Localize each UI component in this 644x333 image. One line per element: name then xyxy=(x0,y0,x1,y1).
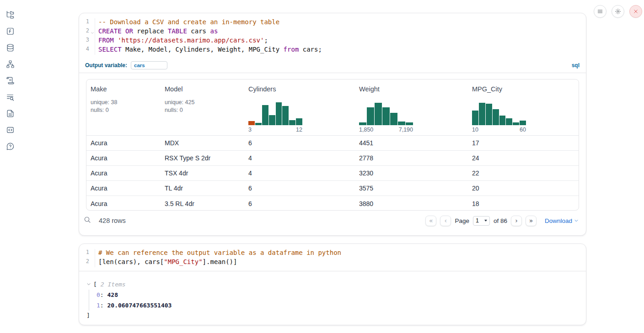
histogram-bar[interactable] xyxy=(255,123,262,125)
code-line: # We can reference the output variable a… xyxy=(98,249,341,258)
settings-icon[interactable] xyxy=(612,5,624,18)
sidebar xyxy=(0,0,20,333)
histogram-bar[interactable] xyxy=(359,122,366,125)
search-icon[interactable] xyxy=(84,216,91,225)
python-output: [ 2 Items 0: 4281: 20.060747663551403 ] xyxy=(79,271,586,320)
histogram-bar[interactable] xyxy=(296,118,302,125)
null-count: nulls: 0 xyxy=(91,106,161,114)
language-badge: sql xyxy=(572,62,580,69)
close-icon[interactable] xyxy=(629,5,642,18)
histogram-bar[interactable] xyxy=(289,120,295,125)
code-token: cars xyxy=(187,27,210,35)
column-header[interactable]: Makeunique: 38nulls: 0 xyxy=(86,79,161,135)
histogram-bar[interactable] xyxy=(276,102,282,125)
histogram-axis: 312 xyxy=(248,127,302,133)
first-page-button[interactable]: « xyxy=(425,216,436,226)
snippets-icon[interactable] xyxy=(5,76,15,85)
line-number-text: 3 xyxy=(86,37,89,43)
python-code-editor[interactable]: 12 # We can reference the output variabl… xyxy=(79,244,586,271)
table-cell: 6 xyxy=(244,185,355,192)
column-header[interactable]: Cylinders312 xyxy=(244,79,355,135)
histogram-bar[interactable] xyxy=(367,107,374,125)
column-histogram: 312 xyxy=(248,101,355,135)
table-row[interactable]: AcuraMDX6445117 xyxy=(86,136,579,151)
code-token: FROM xyxy=(98,37,114,44)
notebook-actions xyxy=(594,5,642,18)
histogram-bars[interactable] xyxy=(248,101,302,125)
line-number: 3 xyxy=(79,37,95,46)
histogram-bar[interactable] xyxy=(282,106,289,125)
table-cell: 20 xyxy=(468,185,579,192)
help-icon[interactable] xyxy=(5,142,15,151)
column-header[interactable]: MPG_City1060 xyxy=(468,79,579,135)
file-explorer-icon[interactable] xyxy=(5,10,15,19)
code-token: Make, Model, Cylinders, Weight, MPG_City xyxy=(122,46,284,53)
column-name: Cylinders xyxy=(248,85,355,93)
histogram-bar[interactable] xyxy=(472,111,478,125)
download-button[interactable]: Download xyxy=(545,217,579,224)
fold-chevron-icon[interactable] xyxy=(91,30,94,36)
column-header[interactable]: Weight1,8507,190 xyxy=(355,79,468,135)
column-name: Model xyxy=(165,85,244,93)
table-cell: 18 xyxy=(468,200,579,207)
last-page-button[interactable]: » xyxy=(526,216,537,226)
code-token: from xyxy=(284,46,299,53)
table-row[interactable]: AcuraTL 4dr6357520 xyxy=(86,181,579,196)
menu-icon[interactable] xyxy=(594,5,606,18)
histogram-bar[interactable] xyxy=(513,122,519,125)
documentation-icon[interactable] xyxy=(5,109,15,118)
page-select-value: 1 xyxy=(476,217,479,224)
histogram-bar[interactable] xyxy=(506,118,512,125)
tree-entry: 0: 428 xyxy=(97,290,579,300)
code-lines[interactable]: -- Download a CSV and create an in-memor… xyxy=(95,18,322,55)
datasources-icon[interactable] xyxy=(5,43,15,52)
code-token: OR xyxy=(125,27,133,35)
table-cell: 4451 xyxy=(355,139,468,147)
histogram-axis: 1060 xyxy=(472,127,526,133)
table-row[interactable]: AcuraTSX 4dr4323022 xyxy=(86,166,579,181)
chevron-down-icon xyxy=(574,218,579,223)
scratchpad-icon[interactable] xyxy=(5,26,15,36)
histogram-bar[interactable] xyxy=(390,113,397,125)
histogram-bar[interactable] xyxy=(486,104,492,125)
histogram-bar[interactable] xyxy=(248,121,255,125)
histogram-bar[interactable] xyxy=(398,122,405,125)
histogram-bar[interactable] xyxy=(493,109,499,125)
output-variable-input[interactable] xyxy=(131,61,167,69)
column-stats: unique: 38nulls: 0 xyxy=(91,99,161,114)
histogram-bars[interactable] xyxy=(472,101,526,125)
table-row[interactable]: Acura3.5 RL 4dr6388018 xyxy=(86,196,579,211)
code-line: -- Download a CSV and create an in-memor… xyxy=(98,18,322,27)
histogram-bar[interactable] xyxy=(262,105,268,125)
table-row[interactable]: AcuraRSX Type S 2dr4277824 xyxy=(86,151,579,166)
code-lines[interactable]: # We can reference the output variable a… xyxy=(95,249,341,267)
prev-page-button[interactable]: ‹ xyxy=(440,216,451,226)
axis-max-label: 7,190 xyxy=(399,127,413,133)
line-number: 1 xyxy=(79,18,95,27)
line-number-text: 2 xyxy=(86,258,89,264)
histogram-bar[interactable] xyxy=(269,115,275,125)
histogram-bar[interactable] xyxy=(499,116,506,125)
python-cell: 12 # We can reference the output variabl… xyxy=(79,243,586,325)
histogram-bar[interactable] xyxy=(382,107,390,125)
table-cell: Acura xyxy=(86,200,161,207)
page-select[interactable]: 1 xyxy=(473,216,490,226)
outputs-icon[interactable] xyxy=(5,125,15,134)
table-cell: Acura xyxy=(86,154,161,162)
sql-code-editor[interactable]: 1234 -- Download a CSV and create an in-… xyxy=(79,13,586,59)
histogram-bar[interactable] xyxy=(520,121,526,125)
histogram-axis: 1,8507,190 xyxy=(359,127,413,133)
output-variable-label: Output variable: xyxy=(85,62,127,69)
histogram-bar[interactable] xyxy=(375,103,382,125)
tree-root[interactable]: [ 2 Items xyxy=(86,279,579,289)
tree-entry-colon: : xyxy=(100,302,107,309)
histogram-bars[interactable] xyxy=(359,101,413,125)
column-header[interactable]: Modelunique: 425nulls: 0 xyxy=(161,79,244,135)
histogram-bar[interactable] xyxy=(479,103,485,125)
dependency-graph-icon[interactable] xyxy=(5,59,15,69)
table-cell: 24 xyxy=(468,154,579,162)
logs-icon[interactable] xyxy=(5,92,15,101)
close-bracket: ] xyxy=(86,311,579,320)
next-page-button[interactable]: › xyxy=(511,216,522,226)
histogram-bar[interactable] xyxy=(406,122,413,125)
